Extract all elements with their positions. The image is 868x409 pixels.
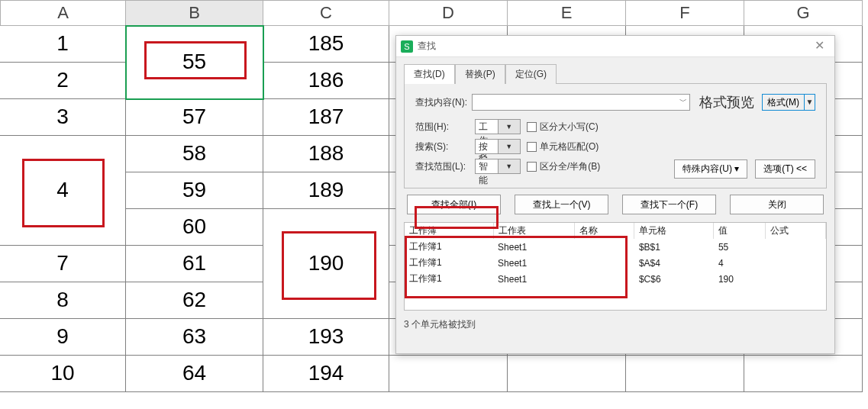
cell-B1[interactable]: 55 <box>126 26 263 99</box>
tab-find[interactable]: 查找(D) <box>404 64 455 84</box>
cell-C2[interactable]: 186 <box>263 63 389 99</box>
results-cell: 4 <box>714 255 766 271</box>
cell-F10[interactable] <box>626 356 744 392</box>
results-list[interactable]: 工作簿工作表名称单元格值公式 工作簿1Sheet1$B$155工作簿1Sheet… <box>404 222 827 311</box>
results-header-formula[interactable]: 公式 <box>766 223 826 239</box>
search-label: 搜索(S): <box>415 140 470 153</box>
cell-G10[interactable] <box>744 356 863 392</box>
find-all-button[interactable]: 查找全部(I) <box>407 195 501 214</box>
lookin-value: 智能 <box>476 159 498 173</box>
find-next-button[interactable]: 查找下一个(F) <box>622 195 716 214</box>
results-row[interactable]: 工作簿1Sheet1$A$44 <box>405 255 826 271</box>
cell-A1[interactable]: 1 <box>0 26 126 63</box>
cell-A7[interactable]: 7 <box>0 246 126 282</box>
cell-C9[interactable]: 193 <box>263 319 389 356</box>
results-row[interactable]: 工作簿1Sheet1$B$155 <box>405 239 826 255</box>
find-input[interactable] <box>472 94 690 111</box>
column-header-e[interactable]: E <box>508 0 626 26</box>
search-select[interactable]: 按行▼ <box>475 139 521 154</box>
results-cell: 工作簿1 <box>405 239 493 255</box>
range-label: 范围(H): <box>415 121 470 134</box>
format-button[interactable]: 格式(M) ▼ <box>762 94 815 111</box>
match-width-checkbox[interactable]: 区分全/半角(B) <box>527 160 600 173</box>
cell-B4[interactable]: 58 <box>126 136 263 172</box>
column-header-g[interactable]: G <box>744 0 863 26</box>
cell-E10[interactable] <box>508 356 626 392</box>
lookin-label: 查找范围(L): <box>415 160 470 173</box>
results-header-sheet[interactable]: 工作表 <box>493 223 574 239</box>
cell-B5[interactable]: 59 <box>126 172 263 209</box>
cell-B8[interactable]: 62 <box>126 282 263 319</box>
results-cell: 工作簿1 <box>405 271 493 287</box>
tab-goto[interactable]: 定位(G) <box>505 64 557 84</box>
app-icon: S <box>401 40 413 53</box>
find-pane: 查找内容(N): ﹀ 格式预览 格式(M) ▼ 范围(H): 工作表▼ 区分大小… <box>404 83 827 188</box>
column-header-d[interactable]: D <box>389 0 508 26</box>
results-cell: Sheet1 <box>493 271 574 287</box>
cell-B9[interactable]: 63 <box>126 319 263 356</box>
results-header-book[interactable]: 工作簿 <box>405 223 493 239</box>
cell-A9[interactable]: 9 <box>0 319 126 356</box>
results-header-value[interactable]: 值 <box>714 223 766 239</box>
range-select[interactable]: 工作表▼ <box>475 119 521 134</box>
results-cell <box>574 271 634 287</box>
cell-C1[interactable]: 185 <box>263 26 389 63</box>
dialog-tabs: 查找(D) 替换(P) 定位(G) <box>404 63 827 83</box>
lookin-select[interactable]: 智能▼ <box>475 159 521 174</box>
cell-B10[interactable]: 64 <box>126 356 263 392</box>
format-button-label: 格式(M) <box>763 95 804 110</box>
match-case-label: 区分大小写(C) <box>540 121 599 134</box>
match-case-checkbox[interactable]: 区分大小写(C) <box>527 121 599 134</box>
cell-A8[interactable]: 8 <box>0 282 126 319</box>
chevron-down-icon: ▼ <box>498 140 521 153</box>
cell-B3[interactable]: 57 <box>126 99 263 136</box>
match-width-label: 区分全/半角(B) <box>540 160 600 173</box>
close-icon[interactable]: ✕ <box>808 38 830 55</box>
results-cell <box>766 255 826 271</box>
results-cell <box>766 271 826 287</box>
options-toggle-button[interactable]: 选项(T) << <box>755 159 815 179</box>
cell-A10[interactable]: 10 <box>0 356 126 392</box>
cell-B6[interactable]: 60 <box>126 209 263 246</box>
column-header-f[interactable]: F <box>626 0 744 26</box>
cell-C6-merged[interactable]: 190 <box>263 209 389 319</box>
cell-D10[interactable] <box>389 356 508 392</box>
results-cell: $B$1 <box>634 239 714 255</box>
format-preview-label: 格式预览 <box>699 93 754 111</box>
results-cell: 55 <box>714 239 766 255</box>
find-dialog: S 查找 ✕ 查找(D) 替换(P) 定位(G) 查找内容(N): ﹀ 格式预览… <box>395 35 835 354</box>
search-value: 按行 <box>476 140 498 153</box>
column-headers: ABCDEFG <box>0 0 868 26</box>
cell-A3[interactable]: 3 <box>0 99 126 136</box>
column-header-b[interactable]: B <box>126 0 263 26</box>
results-cell: Sheet1 <box>493 255 574 271</box>
chevron-down-icon: ▼ <box>498 120 521 134</box>
results-header-name[interactable]: 名称 <box>574 223 634 239</box>
results-cell: 190 <box>714 271 766 287</box>
find-dropdown-icon[interactable]: ﹀ <box>679 96 687 107</box>
results-row[interactable]: 工作簿1Sheet1$C$6190 <box>405 271 826 287</box>
find-prev-button[interactable]: 查找上一个(V) <box>515 195 608 214</box>
cell-C3[interactable]: 187 <box>263 99 389 136</box>
match-whole-checkbox[interactable]: 单元格匹配(O) <box>527 140 599 153</box>
close-button[interactable]: 关闭 <box>730 195 824 214</box>
cell-C4[interactable]: 188 <box>263 136 389 172</box>
results-cell <box>574 255 634 271</box>
special-content-button[interactable]: 特殊内容(U) ▾ <box>674 159 747 179</box>
cell-C5[interactable]: 189 <box>263 172 389 209</box>
cell-C10[interactable]: 194 <box>263 356 389 392</box>
status-text: 3 个单元格被找到 <box>396 315 834 334</box>
results-cell: $A$4 <box>634 255 714 271</box>
results-cell <box>766 239 826 255</box>
find-label: 查找内容(N): <box>415 96 467 109</box>
cell-A4-merged[interactable]: 4 <box>0 136 126 246</box>
dialog-titlebar[interactable]: S 查找 ✕ <box>396 36 834 57</box>
results-header-cell[interactable]: 单元格 <box>634 223 714 239</box>
row: 1064194 <box>0 356 868 392</box>
cell-B7[interactable]: 61 <box>126 246 263 282</box>
tab-replace[interactable]: 替换(P) <box>455 64 505 84</box>
column-header-c[interactable]: C <box>263 0 389 26</box>
chevron-down-icon[interactable]: ▼ <box>804 95 815 110</box>
column-header-a[interactable]: A <box>0 0 126 26</box>
cell-A2[interactable]: 2 <box>0 63 126 99</box>
